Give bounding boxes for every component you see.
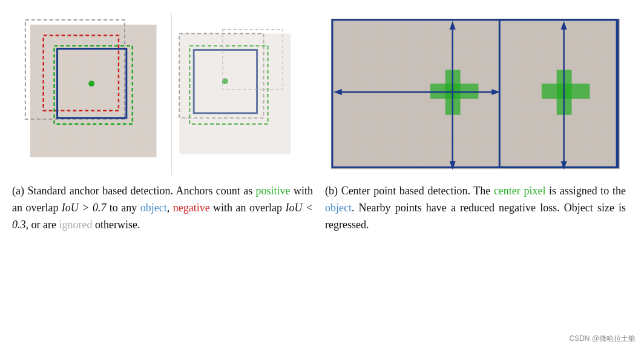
caption-a-text1: Standard anchor based detection. Anchors… <box>24 185 256 197</box>
svg-rect-1 <box>30 25 157 157</box>
watermark: CSDN @撒哈拉土狼 <box>569 334 636 344</box>
center-pixel-text: center pixel <box>494 185 546 197</box>
caption-b-text1: Center point based detection. The <box>338 185 494 197</box>
caption-a-text6: , or are <box>26 219 59 231</box>
caption-a-text5: with an overlap <box>210 202 286 214</box>
right-panel: (b) Center point based detection. The ce… <box>325 12 626 338</box>
caption-a-label: (a) <box>12 185 24 197</box>
object-text-left: object <box>140 202 167 214</box>
ignored-text: ignored <box>59 219 92 231</box>
positive-text: positive <box>256 185 291 197</box>
svg-rect-12 <box>179 34 291 154</box>
caption-a-text7: otherwise. <box>92 219 140 231</box>
caption-b-text2: is assigned to the <box>545 185 626 197</box>
caption-b-label: (b) <box>325 185 338 197</box>
right-caption: (b) Center point based detection. The ce… <box>325 183 626 234</box>
negative-text: negative <box>173 202 210 214</box>
left-diagram <box>12 12 313 176</box>
object-text-right: object <box>325 202 352 214</box>
svg-point-6 <box>88 81 94 87</box>
caption-a-text4: , <box>167 202 173 214</box>
main-container: (a) Standard anchor based detection. Anc… <box>0 0 644 350</box>
iou1-text: IoU > 0.7 <box>62 202 107 214</box>
left-panel: (a) Standard anchor based detection. Anc… <box>12 12 313 338</box>
left-caption: (a) Standard anchor based detection. Anc… <box>12 183 313 234</box>
right-diagram <box>325 12 626 176</box>
caption-a-text3: to any <box>106 202 140 214</box>
caption-b-text3: . Nearby points have a reduced negative … <box>325 202 626 231</box>
